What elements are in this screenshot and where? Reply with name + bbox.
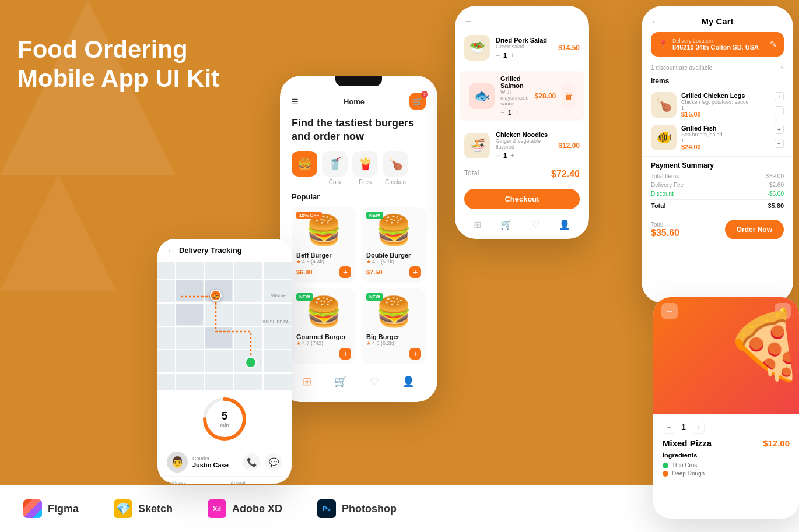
food-price-row-2: $7.50 + — [366, 266, 421, 278]
cat-burgers[interactable]: 🍔 Burgers — [292, 151, 317, 185]
qty-plus-3[interactable]: + — [510, 152, 514, 160]
chicken-label: Chicken — [385, 179, 406, 185]
tool-xd: Xd Adobe XD — [208, 499, 282, 518]
phone-home: ☰ Home 🛒 2 Find the tastiest burgersand … — [280, 76, 437, 402]
cart-back-arrow[interactable]: ← — [464, 16, 472, 26]
cart-nav-grid[interactable]: ⊞ — [474, 219, 481, 230]
order-now-button[interactable]: Order Now — [725, 220, 784, 239]
items-section-label: Items — [642, 75, 793, 89]
nav-profile-icon[interactable]: 👤 — [402, 375, 415, 388]
timer-unit: min — [220, 422, 229, 428]
my-cart-actions-2: + − — [775, 125, 784, 148]
my-cart-actions-1: + − — [775, 92, 784, 115]
add-cart-btn-3[interactable]: + — [339, 348, 351, 360]
delivery-banner[interactable]: 📍 Delivery Location 846210 34th Colton S… — [651, 32, 784, 57]
cat-cola[interactable]: 🥤 Cola — [322, 151, 348, 185]
courier-row: 👨 Courier Justin Case 📞 💬 — [157, 448, 292, 476]
arrival-label: Arrival — [230, 480, 282, 484]
pizza-minus-btn[interactable]: − — [663, 421, 675, 434]
divider-1 — [464, 68, 580, 68]
checkout-button[interactable]: Checkout — [464, 189, 580, 209]
payment-total-row: Total 35.60 — [651, 199, 784, 209]
courier-avatar: 👨 — [167, 452, 188, 473]
hero-section: Food OrderingMobile App UI Kit — [17, 35, 219, 94]
figma-icon — [23, 499, 42, 518]
pizza-back-button[interactable]: ← — [661, 303, 678, 319]
qty-plus-2[interactable]: + — [515, 108, 519, 117]
food-card-1[interactable]: 15% OFF 🍔 Beff Burger ★ 4.8 (4.4k) $6.80… — [292, 207, 356, 283]
plus-btn-2[interactable]: + — [775, 125, 784, 134]
discount-fee-value: -$6.00 — [768, 191, 784, 197]
pizza-detail: − 1 + Mixed Pizza $12.00 Ingredients Thi… — [653, 414, 799, 485]
nav-heart-icon[interactable]: ♡ — [370, 375, 379, 388]
ps-icon: Ps — [317, 499, 336, 518]
ing-name-2: Deep Dough — [672, 470, 705, 477]
pizza-image: 🍕 — [725, 309, 799, 384]
my-cart-back-arrow[interactable]: ← — [651, 17, 659, 26]
home-tagline: Find the tastiest burgersand order now — [280, 114, 437, 151]
chat-button[interactable]: 💬 — [265, 453, 282, 471]
track-back-arrow[interactable]: ← — [167, 246, 174, 255]
order-total-label: Total — [651, 221, 679, 228]
payment-delivery-row: Delivery Fee $2.60 — [651, 182, 784, 188]
address-label: Address — [167, 480, 219, 484]
food-card-3[interactable]: NEW 🍔 Gourmet Burger ★ 4.7 (742) + — [292, 288, 356, 364]
cart-item-sub-1: Green salad — [496, 44, 552, 50]
payment-total-value: 35.60 — [768, 202, 784, 209]
my-cart-name-1: Grilled Chicken Legs — [681, 92, 770, 99]
pizza-plus-btn[interactable]: + — [692, 421, 705, 434]
phone-notch — [335, 76, 382, 86]
food-card-2[interactable]: NEW 🍔 Double Burger ★ 4.9 (5.1k) $7.50 + — [362, 207, 426, 283]
cart-nav-heart[interactable]: ♡ — [531, 219, 539, 230]
add-cart-btn-1[interactable]: + — [339, 266, 351, 278]
minus-btn-2[interactable]: − — [775, 139, 784, 148]
nav-home-icon[interactable]: ⊞ — [303, 375, 311, 388]
cart-button[interactable]: 🛒 2 — [409, 93, 426, 110]
add-cart-btn-2[interactable]: + — [409, 266, 421, 278]
discount-row[interactable]: 1 discount are available » — [642, 61, 793, 75]
minus-btn-1[interactable]: − — [775, 106, 784, 115]
ps-label: Photoshop — [342, 503, 397, 515]
discount-arrow: » — [780, 65, 784, 71]
qty-ctrl-1: − 1 + — [496, 51, 552, 59]
cart-item-name-1: Dried Pork Salad — [496, 37, 552, 44]
cart-item-name-3: Chicken Noodles — [496, 131, 552, 138]
my-cart-qty-2: 1 — [681, 138, 770, 143]
burgers-icon-wrap: 🍔 — [292, 151, 317, 177]
call-button[interactable]: 📞 — [243, 453, 260, 471]
tool-sketch: 💎 Sketch — [114, 499, 173, 518]
delivery-banner-text: Delivery Location 846210 34th Colton SD,… — [672, 38, 765, 51]
delivery-address: 846210 34th Colton SD, USA — [672, 44, 765, 51]
food-badge-2: NEW — [366, 212, 383, 219]
delivery-edit-icon[interactable]: ✎ — [770, 40, 777, 49]
cart-item-price-2: $28.00 — [535, 92, 556, 100]
qty-plus-1[interactable]: + — [510, 51, 514, 59]
sketch-icon: 💎 — [114, 499, 132, 518]
my-cart-img-1: 🍗 — [651, 92, 677, 118]
delete-item-2[interactable]: 🗑 — [562, 83, 575, 109]
map-bg: Wilshire WILSHIRE PA 🛵 — [157, 262, 292, 390]
nav-cart-icon[interactable]: 🛒 — [334, 375, 347, 388]
payment-summary-title: Payment Summary — [651, 161, 784, 170]
my-cart-info-2: Grilled Fish Sea bream, salad 1 $24.00 — [681, 125, 770, 150]
cart-nav-profile[interactable]: 👤 — [559, 219, 570, 230]
plus-btn-1[interactable]: + — [775, 92, 784, 101]
food-name-3: Gourmet Burger — [296, 333, 351, 340]
menu-icon[interactable]: ☰ — [292, 97, 299, 106]
tool-ps: Ps Photoshop — [317, 499, 397, 518]
cat-fries[interactable]: 🍟 Fries — [352, 151, 378, 185]
qty-minus-2[interactable]: − — [500, 108, 504, 117]
add-cart-btn-4[interactable]: + — [409, 348, 421, 360]
qty-minus-3[interactable]: − — [496, 152, 500, 160]
cat-chicken[interactable]: 🍗 Chicken — [383, 151, 408, 185]
timer-text: 5 min — [201, 396, 248, 442]
phone-bottom-nav: ⊞ 🛒 ♡ 👤 — [280, 369, 437, 394]
cart-item-sub-2: With mayonnaise sauce — [500, 89, 529, 107]
my-cart-name-2: Grilled Fish — [681, 125, 770, 132]
cart-nav-cart[interactable]: 🛒 — [500, 219, 512, 230]
food-price-row-1: $6.80 + — [296, 266, 351, 278]
discount-text: 1 discount are available — [651, 65, 712, 71]
cart-item-sub-3: Ginger & vegetable flavored — [496, 138, 552, 150]
qty-minus-1[interactable]: − — [496, 51, 500, 59]
food-card-4[interactable]: NEW 🍔 Big Burger ★ 4.8 (6.2k) + — [362, 288, 426, 364]
